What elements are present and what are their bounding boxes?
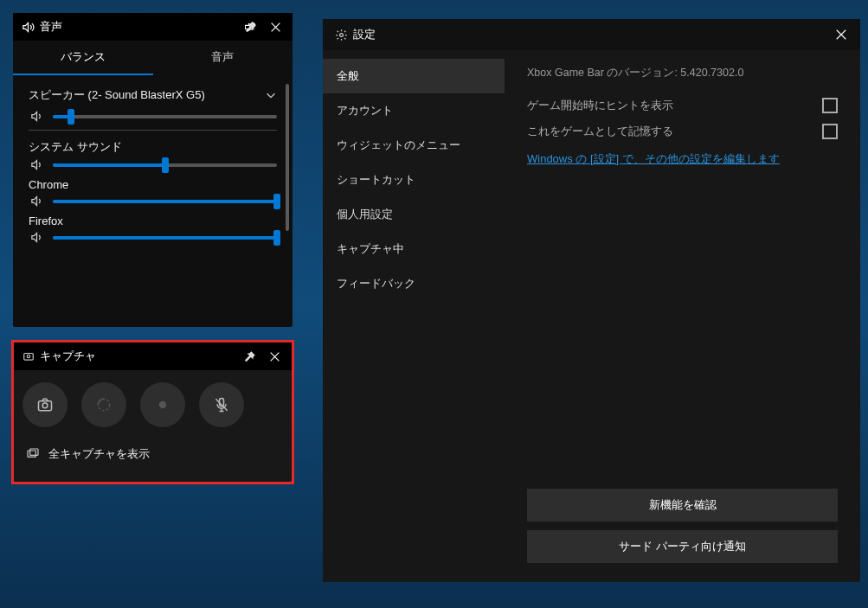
chrome-slider[interactable] [53,200,277,203]
close-button[interactable] [263,15,287,39]
pin-button[interactable] [238,344,262,368]
option-show-tips-label: ゲーム開始時にヒントを表示 [527,98,673,113]
audio-icon [22,21,35,34]
output-device-label: スピーカー (2- Sound BlasterX G5) [29,87,205,103]
settings-panel: 設定 全般 アカウント ウィジェットのメニュー ショートカット 個人用設定 キャ… [323,19,860,582]
audio-panel: 音声 バランス 音声 スピーカー (2- Sound BlasterX G5) … [13,13,293,327]
speaker-icon[interactable] [29,158,44,171]
tab-audio[interactable]: 音声 [153,41,293,75]
divider [29,130,277,131]
firefox-slider[interactable] [53,236,277,240]
remember-game-checkbox[interactable] [822,124,838,139]
close-button[interactable] [262,344,286,368]
gear-icon [335,29,348,42]
nav-capturing[interactable]: キャプチャ中 [323,232,505,266]
svg-point-3 [42,403,48,408]
third-party-button[interactable]: サード パーティ向け通知 [527,530,838,563]
svg-rect-0 [24,354,34,361]
nav-shortcuts[interactable]: ショートカット [323,163,505,197]
speaker-icon[interactable] [29,231,44,244]
screenshot-button[interactable] [23,382,68,427]
record-button [140,382,185,427]
settings-panel-header: 設定 [323,19,860,50]
capture-body: 全キャプチャを表示 [14,370,292,462]
speaker-icon[interactable] [29,110,44,123]
audio-tabs: バランス 音声 [13,41,293,75]
svg-rect-7 [28,451,35,457]
capture-buttons-row [21,382,285,427]
output-device-dropdown[interactable]: スピーカー (2- Sound BlasterX G5) [29,84,277,106]
audio-panel-title: 音声 [40,19,239,35]
nav-feedback[interactable]: フィードバック [323,266,505,301]
settings-main: Xbox Game Bar のバージョン: 5.420.7302.0 ゲーム開始… [505,50,860,582]
settings-body: 全般 アカウント ウィジェットのメニュー ショートカット 個人用設定 キャプチャ… [323,50,860,582]
nav-account[interactable]: アカウント [323,93,505,128]
chrome-row [29,195,277,208]
nav-personalization[interactable]: 個人用設定 [323,197,505,232]
capture-panel-header: キャプチャ [14,342,292,370]
audio-body: スピーカー (2- Sound BlasterX G5) システム サウンド C… [13,75,293,320]
nav-widget-menu[interactable]: ウィジェットのメニュー [323,128,505,163]
svg-point-9 [340,33,344,36]
version-number: 5.420.7302.0 [680,67,743,79]
svg-rect-8 [30,449,38,455]
firefox-row [29,231,277,244]
svg-point-5 [159,401,166,408]
pin-button[interactable] [239,15,263,39]
show-tips-checkbox[interactable] [822,98,838,113]
svg-point-1 [27,355,30,358]
bottom-buttons: 新機能を確認 サード パーティ向け通知 [527,489,838,563]
system-sound-label: システム サウンド [29,139,277,155]
settings-panel-title: 設定 [353,27,829,42]
record-last-button [81,382,126,427]
whats-new-button[interactable]: 新機能を確認 [527,489,838,522]
scrollbar[interactable] [286,84,289,231]
capture-icon [23,350,35,362]
windows-settings-link[interactable]: Windows の [設定] で、その他の設定を編集します [527,151,780,167]
chevron-down-icon [265,89,277,101]
capture-panel-highlight: キャプチャ [11,340,294,484]
gallery-icon [26,447,40,461]
chrome-label: Chrome [29,178,277,191]
system-sound-row [29,158,277,171]
capture-panel-title: キャプチャ [40,349,238,364]
mic-mute-button[interactable] [199,382,244,427]
settings-nav: 全般 アカウント ウィジェットのメニュー ショートカット 個人用設定 キャプチャ… [323,50,505,582]
version-prefix: Xbox Game Bar のバージョン: [527,67,680,79]
close-button[interactable] [829,22,853,47]
system-sound-slider[interactable] [53,163,277,167]
option-show-tips: ゲーム開始時にヒントを表示 [527,93,838,118]
master-volume-row [29,110,277,123]
capture-panel: キャプチャ [14,342,292,482]
show-all-captures-label: 全キャプチャを表示 [48,446,150,462]
version-text: Xbox Game Bar のバージョン: 5.420.7302.0 [527,66,838,80]
nav-general[interactable]: 全般 [323,59,505,93]
option-remember-game-label: これをゲームとして記憶する [527,124,673,139]
audio-panel-header: 音声 [13,13,293,41]
option-remember-game: これをゲームとして記憶する [527,118,838,144]
master-volume-slider[interactable] [53,115,277,118]
tab-balance[interactable]: バランス [13,41,153,75]
firefox-label: Firefox [29,214,277,227]
show-all-captures-button[interactable]: 全キャプチャを表示 [21,446,285,462]
speaker-icon[interactable] [29,195,44,208]
